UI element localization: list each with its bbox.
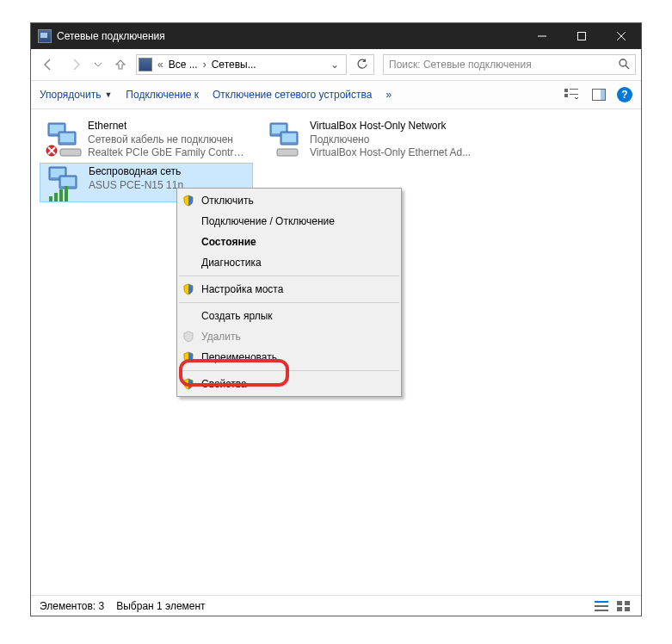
ethernet-icon (43, 120, 83, 158)
svg-rect-8 (564, 94, 568, 97)
menu-connect[interactable]: Подключение / Отключение (177, 211, 401, 232)
context-menu: Отключить Подключение / Отключение Состо… (176, 188, 402, 397)
menu-properties[interactable]: Свойства (177, 374, 401, 394)
svg-rect-11 (601, 90, 605, 100)
search-input[interactable]: Поиск: Сетевые подключения (383, 54, 636, 75)
adapter-name: Ethernet (88, 120, 250, 133)
chevron-right-icon: › (200, 59, 209, 71)
menu-rename[interactable]: Переименовать (177, 347, 401, 368)
shield-icon (181, 282, 196, 297)
adapter-name: Беспроводная сеть (89, 165, 183, 179)
organize-button[interactable]: Упорядочить ▼ (40, 89, 112, 101)
recent-dropdown[interactable] (91, 53, 105, 77)
icons-view-button[interactable] (615, 599, 632, 613)
address-bar[interactable]: « Все ... › Сетевы... ⌄ (136, 54, 347, 75)
menu-bridge[interactable]: Настройка моста (177, 279, 401, 300)
svg-rect-37 (625, 601, 630, 605)
adapter-status: Подключено (310, 133, 471, 147)
svg-rect-39 (625, 607, 630, 611)
connect-to-button[interactable]: Подключение к (126, 89, 199, 101)
shield-icon (181, 376, 196, 392)
svg-rect-6 (564, 89, 568, 92)
address-dropdown-icon[interactable]: ⌄ (325, 59, 344, 71)
adapter-device: Realtek PCIe GbE Family Controller (88, 146, 250, 160)
svg-rect-35 (595, 610, 608, 611)
details-view-button[interactable] (593, 599, 610, 613)
adapter-ethernet[interactable]: Ethernet Сетевой кабель не подключен Rea… (40, 118, 253, 162)
svg-rect-1 (578, 33, 586, 40)
view-options-button[interactable] (562, 85, 581, 104)
menu-separator (179, 370, 399, 371)
menu-diagnose[interactable]: Диагностика (177, 252, 401, 273)
svg-rect-28 (61, 177, 75, 186)
svg-rect-33 (595, 601, 608, 603)
window-controls (522, 23, 641, 49)
virtualbox-icon (265, 120, 305, 158)
svg-rect-38 (617, 607, 622, 611)
close-button[interactable] (601, 23, 641, 49)
svg-rect-23 (282, 133, 296, 142)
more-button[interactable]: » (385, 89, 391, 101)
search-placeholder: Поиск: Сетевые подключения (389, 59, 532, 71)
breadcrumb-seg1[interactable]: Все ... (169, 59, 198, 71)
address-row: « Все ... › Сетевы... ⌄ Поиск: Сетевые п… (31, 49, 641, 80)
forward-button[interactable] (64, 53, 88, 77)
disable-device-button[interactable]: Отключение сетевого устройства (213, 89, 372, 101)
shield-icon (181, 193, 196, 208)
shield-icon (181, 350, 196, 365)
menu-shortcut[interactable]: Создать ярлык (177, 306, 401, 326)
adapter-status: Сетевой кабель не подключен (88, 133, 250, 147)
titlebar[interactable]: Сетевые подключения (31, 23, 641, 49)
menu-disable[interactable]: Отключить (177, 190, 401, 211)
view-switcher (593, 599, 632, 613)
adapter-info: Беспроводная сеть ASUS PCE-N15 11n (89, 165, 183, 200)
svg-point-4 (620, 59, 626, 66)
svg-rect-34 (595, 605, 608, 607)
menu-separator (179, 302, 399, 303)
refresh-button[interactable] (350, 54, 374, 75)
svg-rect-31 (59, 189, 63, 201)
svg-rect-9 (570, 94, 578, 95)
adapter-info: Ethernet Сетевой кабель не подключен Rea… (88, 120, 250, 160)
adapter-name: VirtualBox Host-Only Network (310, 120, 471, 133)
toolbar: Упорядочить ▼ Подключение к Отключение с… (31, 80, 641, 109)
svg-rect-7 (570, 89, 578, 90)
adapter-device: VirtualBox Host-Only Ethernet Ad... (310, 146, 471, 160)
menu-status[interactable]: Состояние (177, 232, 401, 252)
window-icon (38, 29, 52, 43)
maximize-button[interactable] (562, 23, 601, 49)
dropdown-icon: ▼ (104, 90, 112, 99)
minimize-button[interactable] (522, 23, 562, 49)
wireless-icon (44, 165, 83, 203)
preview-pane-button[interactable] (589, 85, 608, 104)
shield-icon (181, 329, 196, 344)
svg-rect-29 (49, 196, 52, 201)
item-count: Элементов: 3 (40, 600, 104, 612)
svg-line-5 (626, 65, 629, 69)
menu-separator (179, 276, 399, 276)
back-button[interactable] (36, 53, 60, 77)
breadcrumb-seg2[interactable]: Сетевы... (212, 59, 256, 71)
chevron-icon: « (155, 59, 166, 71)
svg-rect-30 (54, 193, 58, 201)
svg-rect-32 (65, 186, 68, 201)
adapter-virtualbox[interactable]: VirtualBox Host-Only Network Подключено … (262, 118, 475, 162)
window-title: Сетевые подключения (57, 30, 165, 42)
toolbar-right: ? (562, 85, 632, 104)
statusbar: Элементов: 3 Выбран 1 элемент (31, 595, 641, 616)
svg-rect-24 (277, 149, 298, 156)
location-icon (139, 58, 152, 71)
svg-rect-36 (617, 601, 622, 605)
menu-delete: Удалить (177, 326, 401, 347)
search-icon (618, 58, 630, 72)
svg-rect-19 (60, 149, 81, 156)
adapter-info: VirtualBox Host-Only Network Подключено … (310, 120, 471, 160)
adapter-device: ASUS PCE-N15 11n (89, 179, 183, 193)
help-button[interactable]: ? (617, 87, 632, 102)
selection-info: Выбран 1 элемент (116, 600, 205, 612)
up-button[interactable] (108, 53, 133, 77)
svg-rect-15 (60, 133, 74, 142)
